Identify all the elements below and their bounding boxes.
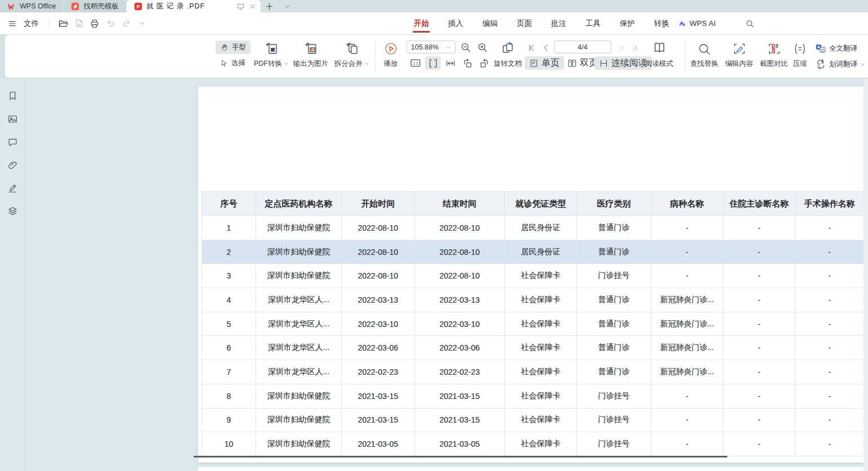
menu-编辑[interactable]: 编辑 xyxy=(481,14,499,34)
table-row: 7深圳市龙华区人...2022-02-232022-02-23社会保障卡普通门诊… xyxy=(202,360,864,384)
table-cell: 普通门诊 xyxy=(577,312,651,336)
layers-panel-icon[interactable] xyxy=(6,204,19,218)
save-icon[interactable] xyxy=(72,17,86,30)
vertical-scrollbar[interactable] xyxy=(863,79,868,471)
table-cell: - xyxy=(723,288,795,312)
table-cell: 2021-03-15 xyxy=(342,408,415,432)
window-tab-bar: WPS Office 找稻壳模板 P 就 医 记 录 .PDF xyxy=(0,0,868,12)
file-menu[interactable]: 文件 xyxy=(24,19,39,29)
table-cell: 9 xyxy=(202,408,256,432)
split-merge-icon xyxy=(344,41,359,56)
compress-icon xyxy=(793,42,807,56)
table-cell: - xyxy=(651,432,723,456)
zoom-in-button[interactable] xyxy=(477,42,488,53)
tab-wps-office[interactable]: WPS Office xyxy=(0,0,63,12)
table-cell: 2022-03-06 xyxy=(342,336,415,360)
edit-content-tool[interactable]: 编辑内容 xyxy=(722,39,757,69)
table-header-cell: 医疗类别 xyxy=(577,192,651,216)
table-cell: 2022-03-13 xyxy=(342,288,415,312)
table-cell: 社会保障卡 xyxy=(505,288,577,312)
table-cell: 2021-03-15 xyxy=(415,384,505,408)
next-page-button[interactable] xyxy=(617,43,626,52)
undo-icon[interactable] xyxy=(104,17,117,30)
table-cell: 深圳市龙华区人... xyxy=(256,288,342,312)
thumbnails-panel-icon[interactable] xyxy=(6,112,19,125)
fit-page-button[interactable] xyxy=(425,56,441,70)
rotate-left-button[interactable] xyxy=(460,56,475,70)
attachments-panel-icon[interactable] xyxy=(6,158,19,172)
svg-text:文: 文 xyxy=(821,48,825,52)
undo-history-chevron-icon[interactable] xyxy=(135,17,149,30)
previous-page-button[interactable] xyxy=(542,43,551,52)
compress-tool[interactable]: 压缩 xyxy=(789,39,811,69)
table-cell: 2022-03-06 xyxy=(415,336,505,360)
tab-list-chevron-icon[interactable] xyxy=(281,1,294,12)
hand-tool-button[interactable]: 手型 xyxy=(216,41,250,54)
redo-icon[interactable] xyxy=(119,17,133,30)
table-cell: - xyxy=(795,312,864,336)
full-translate-icon: A文 xyxy=(815,43,826,54)
monitor-icon[interactable] xyxy=(236,2,245,11)
last-page-button[interactable] xyxy=(630,43,639,52)
word-translate-tool[interactable]: 文A 划词翻译 xyxy=(815,59,865,70)
table-cell: - xyxy=(651,216,723,240)
page-number-input[interactable]: 4/4 xyxy=(554,41,611,53)
export-image-tool[interactable]: 输出为图片 xyxy=(288,39,333,69)
menu-开始[interactable]: 开始 xyxy=(413,14,430,34)
table-row: 8深圳市妇幼保健院2021-03-152021-03-15社会保障卡门诊挂号--… xyxy=(202,384,864,408)
full-translate-tool[interactable]: A文 全文翻译 xyxy=(815,43,857,54)
print-icon[interactable] xyxy=(88,17,101,30)
menu-转换[interactable]: 转换 xyxy=(653,14,670,34)
pdf-convert-tool[interactable]: W PDF转换 xyxy=(249,39,294,69)
screenshot-compare-tool[interactable]: 截图对比 xyxy=(757,39,791,69)
hamburger-menu-icon[interactable] xyxy=(6,17,19,30)
table-cell: 2022-02-23 xyxy=(342,360,415,384)
table-cell: 深圳市妇幼保健院 xyxy=(256,408,342,432)
close-tab-icon[interactable] xyxy=(249,3,256,10)
zoom-level-select[interactable]: 105.88% xyxy=(406,41,456,53)
rotate-left-icon xyxy=(462,57,473,69)
play-tool[interactable]: 播放 xyxy=(378,39,403,69)
wps-ai-button[interactable]: WPS AI xyxy=(678,19,716,28)
menu-保护[interactable]: 保护 xyxy=(619,14,636,34)
menu-插入[interactable]: 插入 xyxy=(447,14,464,34)
table-cell: 2022-02-23 xyxy=(415,360,505,384)
rotate-document-tool[interactable]: 旋转文档 xyxy=(492,39,524,69)
continuous-read-button[interactable]: 连续阅读 xyxy=(594,56,652,70)
comments-panel-icon[interactable] xyxy=(6,135,19,149)
actual-size-button[interactable]: 1:1 xyxy=(408,56,423,70)
menu-页面[interactable]: 页面 xyxy=(516,14,533,34)
table-cell: 深圳市龙华区人... xyxy=(256,360,342,384)
menu-search-icon[interactable] xyxy=(745,19,754,28)
pdf-convert-icon: W xyxy=(264,41,279,56)
table-cell: 2022-08-10 xyxy=(415,216,505,240)
fit-width-button[interactable] xyxy=(443,56,458,70)
tab-label: WPS Office xyxy=(20,2,56,10)
tab-docer-templates[interactable]: 找稻壳模板 xyxy=(64,0,126,12)
svg-text:W: W xyxy=(271,48,275,52)
tab-document[interactable]: P 就 医 记 录 .PDF xyxy=(127,0,261,12)
single-page-button[interactable]: 单页 xyxy=(525,56,564,70)
table-cell: - xyxy=(795,432,864,456)
zoom-out-button[interactable] xyxy=(460,42,471,53)
open-file-icon[interactable] xyxy=(56,17,70,30)
zoom-out-icon xyxy=(460,42,471,53)
bookmarks-panel-icon[interactable] xyxy=(6,89,19,102)
split-merge-tool[interactable]: 拆分合并 xyxy=(329,39,375,69)
tab-label: 就 医 记 录 .PDF xyxy=(146,2,205,11)
table-cell: - xyxy=(723,408,795,432)
table-header-cell: 结束时间 xyxy=(415,192,505,216)
find-replace-icon xyxy=(697,42,711,56)
screenshot-compare-icon xyxy=(767,42,781,56)
signature-panel-icon[interactable] xyxy=(6,181,19,195)
menu-批注[interactable]: 批注 xyxy=(550,14,567,34)
menu-工具[interactable]: 工具 xyxy=(584,14,602,34)
docer-icon xyxy=(71,2,79,11)
select-tool-button[interactable]: 选择 xyxy=(216,56,250,70)
find-replace-tool[interactable]: 查找替换 xyxy=(687,39,722,69)
table-cell: - xyxy=(795,336,864,360)
read-mode-tool[interactable]: 阅读模式 xyxy=(644,39,674,69)
rotate-right-button[interactable] xyxy=(477,56,491,70)
new-tab-button[interactable] xyxy=(263,1,276,12)
first-page-button[interactable] xyxy=(527,43,536,52)
